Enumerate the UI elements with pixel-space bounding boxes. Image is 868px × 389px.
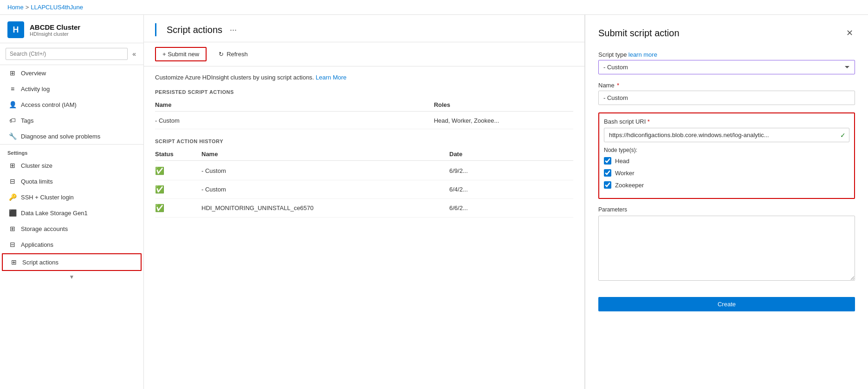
content-header: Script actions ···: [144, 15, 584, 42]
head-checkbox[interactable]: [604, 157, 611, 165]
scroll-down-indicator: ▼: [0, 272, 143, 282]
sidebar-item-ssh-login[interactable]: 🔑 SSH + Cluster login: [0, 189, 143, 205]
bash-uri-label: Bash script URI *: [604, 118, 849, 125]
breadcrumb: Home > LLAPCLUS4thJune: [0, 0, 868, 15]
cluster-type: HDInsight cluster: [30, 31, 80, 37]
data-lake-icon: ⬛: [9, 209, 16, 217]
bash-uri-input-wrapper: ✓: [604, 128, 849, 142]
persisted-section-header: PERSISTED SCRIPT ACTIONS: [155, 89, 573, 95]
node-type-head-item: Head: [604, 157, 849, 165]
content-body: Customize Azure HDInsight clusters by us…: [144, 66, 584, 389]
script-type-select[interactable]: - CustomBashPowerShell: [598, 60, 855, 74]
bash-uri-check-icon: ✓: [840, 132, 846, 139]
history-row-name-3: HDI_MONITORING_UNINSTALL_ce6570: [201, 204, 449, 211]
breadcrumb-cluster[interactable]: LLAPCLUS4thJune: [31, 4, 83, 11]
sidebar-item-data-lake-label: Data Lake Storage Gen1: [21, 210, 88, 217]
script-actions-icon: ⊞: [10, 258, 18, 266]
parameters-group: Parameters: [598, 206, 855, 282]
head-checkbox-label: Head: [615, 158, 629, 165]
sidebar: H ABCDE Cluster HDInsight cluster « ⊞ Ov…: [0, 15, 144, 389]
sidebar-item-overview[interactable]: ⊞ Overview: [0, 65, 143, 81]
refresh-button[interactable]: ↻ Refresh: [212, 48, 254, 60]
cluster-name: ABCDE Cluster: [30, 23, 80, 31]
parameters-label: Parameters: [598, 206, 855, 213]
worker-checkbox[interactable]: [604, 169, 611, 177]
history-col-date: Date: [449, 151, 573, 158]
persisted-col-name: Name: [155, 101, 434, 108]
header-divider: [155, 23, 156, 36]
history-row-date-2: 6/4/2...: [449, 186, 573, 193]
collapse-button[interactable]: «: [130, 48, 138, 59]
sidebar-item-script-actions-label: Script actions: [22, 259, 58, 266]
learn-more-link[interactable]: learn more: [628, 51, 657, 58]
cluster-icon: H: [7, 21, 24, 38]
bash-uri-group: Bash script URI * ✓ Node type(s): Head W…: [598, 112, 855, 199]
sidebar-item-diagnose-label: Diagnose and solve problems: [21, 133, 100, 140]
sidebar-item-access-control-label: Access control (IAM): [21, 101, 77, 108]
history-row-date-1: 6/9/2...: [449, 167, 573, 174]
more-options-button[interactable]: ···: [227, 24, 240, 36]
close-panel-button[interactable]: ✕: [844, 26, 855, 40]
search-input[interactable]: [6, 48, 128, 60]
activity-log-icon: ≡: [9, 85, 16, 92]
node-type-zookeeper-item: Zookeeper: [604, 181, 849, 189]
bash-uri-required-indicator: *: [648, 118, 650, 125]
sidebar-item-data-lake[interactable]: ⬛ Data Lake Storage Gen1: [0, 205, 143, 221]
zookeeper-checkbox[interactable]: [604, 181, 611, 189]
sidebar-item-tags[interactable]: 🏷 Tags: [0, 112, 143, 128]
bash-uri-input[interactable]: [604, 128, 849, 142]
learn-more-link[interactable]: Learn More: [316, 74, 346, 81]
quota-limits-icon: ⊟: [9, 178, 16, 185]
sidebar-item-cluster-size[interactable]: ⊞ Cluster size: [0, 158, 143, 173]
sidebar-item-applications[interactable]: ⊟ Applications: [0, 237, 143, 252]
refresh-label: Refresh: [227, 51, 248, 58]
zookeeper-checkbox-label: Zookeeper: [615, 182, 644, 189]
tags-icon: 🏷: [9, 117, 16, 124]
panel-title: Submit script action: [598, 28, 680, 39]
panel-header: Submit script action ✕: [598, 26, 855, 40]
history-table-row: ✅ - Custom 6/9/2...: [155, 162, 573, 180]
sidebar-item-activity-log[interactable]: ≡ Activity log: [0, 81, 143, 97]
sidebar-item-script-actions[interactable]: ⊞ Script actions: [2, 253, 142, 271]
history-table-header: Status Name Date: [155, 148, 573, 161]
status-success-icon-1: ✅: [155, 166, 201, 175]
ssh-login-icon: 🔑: [9, 193, 16, 201]
sidebar-item-applications-label: Applications: [21, 241, 53, 248]
overview-icon: ⊞: [9, 69, 16, 77]
applications-icon: ⊟: [9, 241, 16, 248]
history-row-name-2: - Custom: [201, 186, 449, 193]
access-control-icon: 👤: [9, 101, 16, 108]
history-col-name: Name: [201, 151, 449, 158]
content-title: Script actions: [167, 25, 222, 35]
persisted-table-header: Name Roles: [155, 99, 573, 112]
history-table-row: ✅ HDI_MONITORING_UNINSTALL_ce6570 6/6/2.…: [155, 199, 573, 218]
breadcrumb-home[interactable]: Home: [7, 4, 24, 11]
status-success-icon-3: ✅: [155, 204, 201, 212]
sidebar-item-diagnose[interactable]: 🔧 Diagnose and solve problems: [0, 128, 143, 144]
cluster-header: H ABCDE Cluster HDInsight cluster: [0, 15, 143, 43]
breadcrumb-separator: >: [26, 4, 29, 11]
sidebar-item-access-control[interactable]: 👤 Access control (IAM): [0, 97, 143, 112]
diagnose-icon: 🔧: [9, 132, 16, 140]
sidebar-item-ssh-login-label: SSH + Cluster login: [21, 194, 74, 201]
sidebar-item-activity-log-label: Activity log: [21, 86, 50, 92]
search-area: «: [0, 43, 143, 65]
submit-new-button[interactable]: + Submit new: [155, 47, 207, 61]
description-text: Customize Azure HDInsight clusters by us…: [155, 74, 573, 81]
persisted-col-roles: Roles: [434, 101, 573, 108]
cluster-info: ABCDE Cluster HDInsight cluster: [30, 23, 80, 37]
script-type-group: Script type learn more - CustomBashPower…: [598, 51, 855, 74]
sidebar-item-quota-limits[interactable]: ⊟ Quota limits: [0, 173, 143, 189]
refresh-icon: ↻: [219, 51, 224, 58]
sidebar-item-storage-accounts[interactable]: ⊞ Storage accounts: [0, 221, 143, 237]
table-row: - Custom Head, Worker, Zookee...: [155, 112, 573, 129]
worker-checkbox-label: Worker: [615, 170, 635, 177]
create-button[interactable]: Create: [598, 297, 855, 311]
history-col-status: Status: [155, 151, 201, 158]
history-table-row: ✅ - Custom 6/4/2...: [155, 180, 573, 199]
settings-section-label: Settings: [0, 144, 143, 158]
sidebar-item-quota-limits-label: Quota limits: [21, 178, 53, 185]
history-row-name-1: - Custom: [201, 167, 449, 174]
parameters-textarea[interactable]: [598, 216, 855, 281]
name-input[interactable]: [598, 91, 855, 105]
